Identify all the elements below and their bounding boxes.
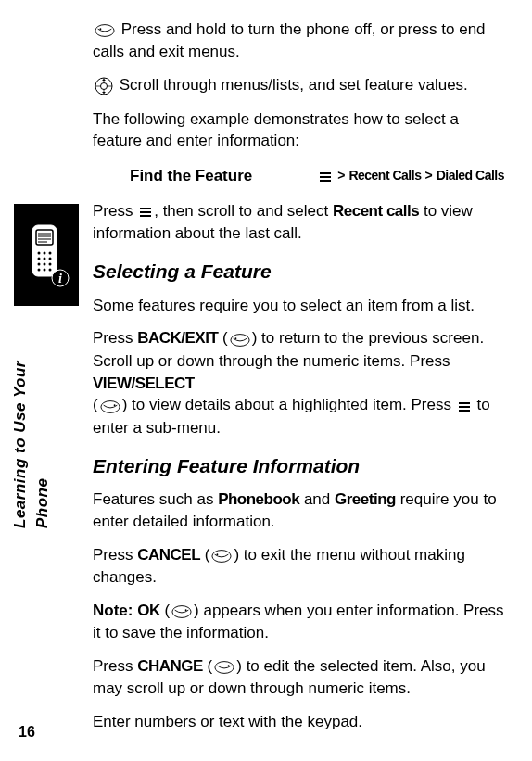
- feature-row: Find the Feature > Recent Calls > Dialed…: [93, 165, 504, 187]
- svg-point-19: [172, 605, 191, 617]
- svg-point-29: [37, 251, 40, 254]
- svg-point-17: [212, 550, 231, 562]
- back-exit-label: BACK/EXIT: [137, 329, 218, 347]
- feature-item-1: Recent Calls: [348, 167, 421, 185]
- svg-point-21: [215, 662, 234, 674]
- softkey-left-icon: [95, 19, 115, 42]
- press-view-paragraph: Press , then scroll to and select Recent…: [93, 200, 504, 245]
- vertical-section-label: Learning to Use Your Phone: [9, 306, 54, 528]
- svg-rect-4: [320, 172, 331, 174]
- svg-rect-15: [459, 406, 470, 408]
- svg-point-40: [48, 268, 51, 271]
- phone-illustration: i: [14, 204, 79, 306]
- svg-rect-5: [320, 176, 331, 178]
- section2-text: Features such as Phonebook and Greeting …: [93, 488, 504, 533]
- menu-icon: [458, 395, 471, 417]
- svg-point-33: [43, 257, 45, 260]
- change-label: CHANGE: [137, 657, 203, 675]
- ok-label: OK: [137, 602, 160, 619]
- svg-point-30: [43, 251, 45, 254]
- svg-point-37: [48, 262, 51, 265]
- svg-point-31: [48, 251, 51, 254]
- press-hold-paragraph: Press and hold to turn the phone off, or…: [93, 19, 504, 63]
- note-paragraph: Note: OK () appears when you enter infor…: [93, 600, 504, 644]
- svg-point-35: [37, 262, 40, 265]
- svg-point-22: [228, 665, 230, 666]
- scroll-paragraph: Scroll through menus/lists, and set feat…: [93, 74, 504, 96]
- section-title-selecting: Selecting a Feature: [93, 258, 504, 285]
- svg-point-18: [217, 553, 219, 555]
- change-paragraph: Press CHANGE () to edit the selected ite…: [93, 655, 504, 700]
- softkey-right-icon: [100, 395, 120, 417]
- phonebook-label: Phonebook: [218, 490, 299, 508]
- phone-icon: i: [21, 221, 72, 290]
- softkey-left-icon: [230, 328, 250, 350]
- softkey-left-icon: [211, 544, 232, 566]
- svg-rect-14: [459, 402, 470, 404]
- section-title-entering: Entering Feature Information: [93, 452, 504, 479]
- svg-point-34: [48, 257, 51, 260]
- svg-rect-16: [459, 410, 470, 412]
- menu-icon: [139, 201, 152, 223]
- svg-point-0: [95, 25, 114, 37]
- page-number: 16: [19, 722, 35, 742]
- section1-text: Some features require you to select an i…: [93, 295, 504, 317]
- enter-text: Enter numbers or text with the keypad.: [93, 711, 504, 733]
- svg-point-36: [43, 262, 45, 265]
- cancel-paragraph: Press CANCEL () to exit the menu without…: [93, 544, 504, 589]
- view-select-label: VIEW/SELECT: [93, 374, 195, 392]
- svg-point-3: [101, 83, 108, 90]
- svg-point-32: [37, 257, 40, 260]
- svg-point-20: [185, 609, 187, 611]
- gt-separator: >: [337, 167, 345, 185]
- scroll-text: Scroll through menus/lists, and set feat…: [120, 76, 468, 94]
- feature-path: > Recent Calls > Dialed Calls: [317, 167, 504, 185]
- menu-icon: [319, 167, 332, 185]
- gt-separator: >: [424, 167, 432, 185]
- scroll-wheel-icon: [95, 75, 113, 97]
- feature-label: Find the Feature: [130, 165, 252, 187]
- svg-point-11: [234, 337, 236, 339]
- svg-rect-6: [320, 180, 331, 182]
- greeting-label: Greeting: [335, 490, 396, 508]
- svg-point-38: [37, 268, 40, 271]
- svg-point-10: [231, 334, 249, 346]
- softkey-right-icon: [214, 656, 234, 679]
- svg-rect-8: [140, 211, 151, 213]
- feature-item-2: Dialed Calls: [437, 167, 504, 185]
- example-intro: The following example demonstrates how t…: [93, 108, 504, 153]
- back-exit-paragraph: Press BACK/EXIT () to return to the prev…: [93, 327, 504, 438]
- press-hold-text: Press and hold to turn the phone off, or…: [93, 20, 486, 60]
- cancel-label: CANCEL: [137, 546, 200, 564]
- svg-rect-7: [140, 208, 151, 209]
- svg-point-13: [113, 404, 115, 406]
- svg-point-12: [101, 400, 120, 412]
- svg-text:i: i: [58, 272, 62, 285]
- softkey-right-icon: [171, 600, 192, 622]
- recent-calls-label: Recent calls: [333, 202, 419, 220]
- svg-rect-9: [140, 215, 151, 217]
- svg-point-1: [100, 28, 102, 30]
- svg-point-39: [43, 268, 45, 271]
